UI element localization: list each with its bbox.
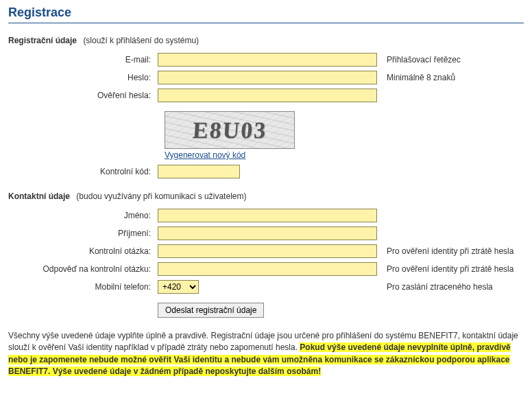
row-security-answer: Odpověď na kontrolní otázku: Pro ověření…: [8, 261, 524, 277]
section-contact-hint: (budou využívány při komunikaci s uživat…: [76, 191, 246, 201]
captcha-regenerate-link[interactable]: Vygenerovat nový kód: [165, 150, 524, 160]
hint-email: Přihlašovací řetězec: [377, 55, 461, 65]
footer-text: Všechny výše uvedené údaje vyplňte úplně…: [8, 330, 524, 378]
label-security-answer: Odpověď na kontrolní otázku:: [8, 264, 158, 274]
email-field[interactable]: [158, 53, 377, 67]
row-firstname: Jméno:: [8, 208, 524, 223]
lastname-field[interactable]: [158, 226, 377, 240]
label-password: Heslo:: [8, 73, 158, 82]
row-captcha-code: Kontrolní kód:: [8, 164, 524, 179]
security-question-field[interactable]: [158, 244, 377, 258]
row-mobile: Mobilní telefon: +420 Pro zaslání ztrace…: [8, 279, 524, 294]
captcha-code-field[interactable]: [158, 165, 240, 178]
label-firstname: Jméno:: [8, 211, 158, 220]
divider: [8, 23, 524, 23]
page-title: Registrace: [8, 5, 524, 20]
section-registration-hint: (slouží k přihlášení do systému): [83, 36, 199, 45]
password-field[interactable]: [158, 71, 377, 84]
row-email: E-mail: Přihlašovací řetězec: [8, 52, 524, 67]
section-contact-header: Kontaktní údaje (budou využívány při kom…: [8, 191, 524, 201]
hint-security-answer: Pro ověření identity při ztrátě hesla: [377, 264, 513, 274]
captcha-value: E8U03: [192, 117, 268, 143]
hint-mobile: Pro zaslání ztraceného hesla: [377, 282, 493, 292]
security-answer-field[interactable]: [158, 262, 377, 276]
hint-password: Minimálně 8 znaků: [377, 73, 455, 82]
row-submit: Odeslat registrační údaje: [8, 303, 524, 318]
label-password-confirm: Ověření hesla:: [8, 91, 158, 100]
row-lastname: Příjmení:: [8, 226, 524, 241]
label-mobile: Mobilní telefon:: [8, 282, 158, 292]
section-registration-label: Registrační údaje: [8, 36, 77, 45]
label-captcha-code: Kontrolní kód:: [8, 167, 158, 176]
password-confirm-field[interactable]: [158, 89, 377, 102]
label-security-question: Kontrolní otázka:: [8, 246, 158, 256]
submit-button[interactable]: Odeslat registrační údaje: [158, 303, 264, 318]
hint-security-question: Pro ověření identity při ztrátě hesla: [377, 246, 513, 256]
row-password-confirm: Ověření hesla:: [8, 88, 524, 103]
section-contact-label: Kontaktní údaje: [8, 191, 70, 201]
label-email: E-mail:: [8, 55, 158, 65]
row-password: Heslo: Minimálně 8 znaků: [8, 70, 524, 85]
label-lastname: Příjmení:: [8, 229, 158, 238]
mobile-prefix-select[interactable]: +420: [158, 280, 199, 294]
row-security-question: Kontrolní otázka: Pro ověření identity p…: [8, 244, 524, 259]
captcha-block: E8U03 Vygenerovat nový kód: [165, 111, 524, 160]
section-registration-header: Registrační údaje (slouží k přihlášení d…: [8, 36, 524, 45]
captcha-image: E8U03: [165, 111, 295, 149]
firstname-field[interactable]: [158, 209, 377, 222]
